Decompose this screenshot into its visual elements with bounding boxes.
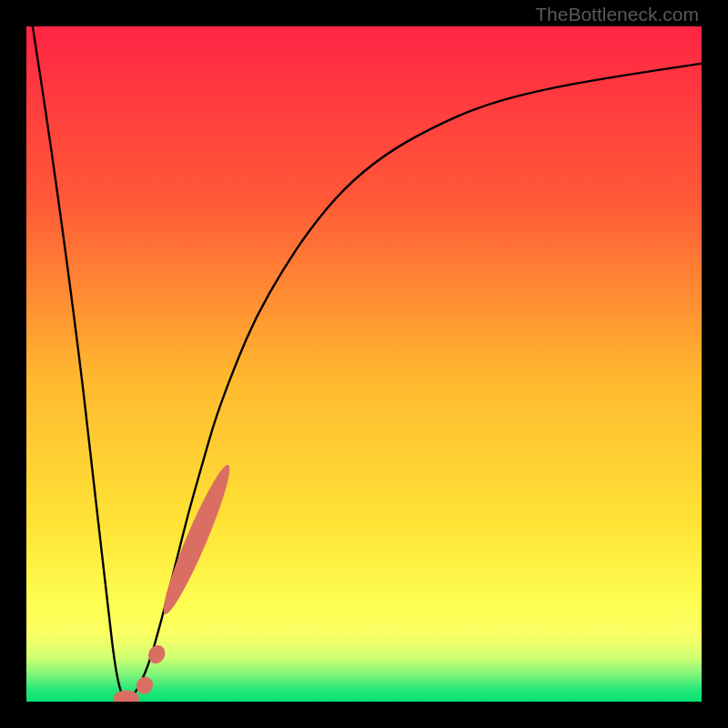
chart-frame: TheBottleneck.com [0, 0, 728, 728]
watermark-text: TheBottleneck.com [535, 4, 699, 25]
gradient-bg [26, 26, 702, 702]
plot-area [26, 26, 702, 702]
plot-svg [26, 26, 702, 702]
